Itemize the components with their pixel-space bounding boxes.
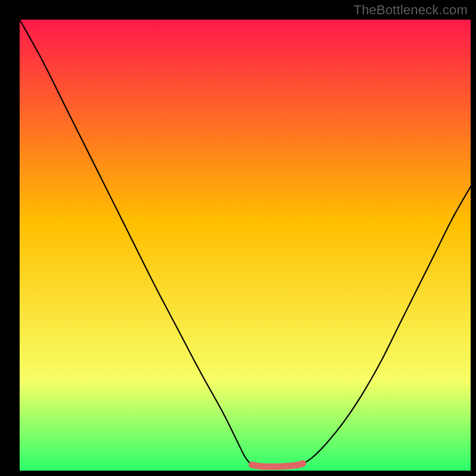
chart-svg — [20, 20, 471, 471]
chart-frame: TheBottleneck.com — [0, 0, 476, 476]
marker-dot — [262, 464, 268, 469]
marker-dot — [289, 462, 295, 468]
gradient-background — [20, 20, 471, 471]
plot-area — [20, 20, 471, 471]
marker-dot — [269, 464, 275, 469]
watermark-text: TheBottleneck.com — [353, 2, 468, 18]
marker-dot — [276, 464, 282, 469]
marker-dot — [300, 461, 306, 466]
marker-dot — [283, 463, 289, 469]
marker-dot — [249, 462, 255, 468]
marker-dot — [256, 463, 262, 469]
